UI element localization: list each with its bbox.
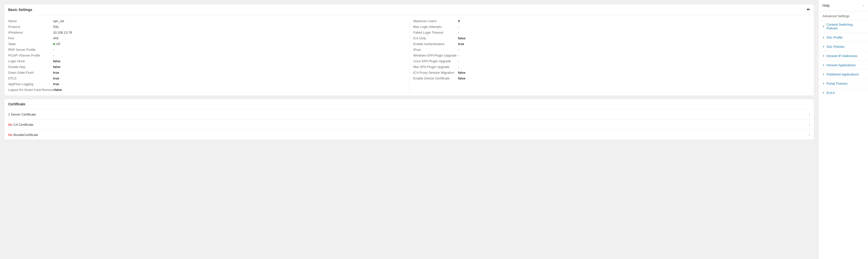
- cert-row[interactable]: NoCA Certificate›: [4, 120, 814, 130]
- sidebar-item-label: SSL Profile: [827, 36, 843, 39]
- certificate-rows: 1 Server Certificate›NoCA Certificate›No…: [4, 109, 814, 140]
- basic-settings-header: Basic Settings ✏: [4, 4, 814, 15]
- setting-label: Name: [8, 19, 53, 23]
- setting-label: Max Login Attempts: [413, 25, 458, 29]
- chevron-right-icon: ›: [809, 112, 810, 116]
- setting-label: Failed Login Timeout: [413, 31, 458, 34]
- settings-right-col: Maximum Users0Max Login Attempts-Failed …: [409, 18, 814, 93]
- setting-row: DTLStrue: [8, 75, 405, 81]
- chevron-right-icon: ›: [809, 123, 810, 127]
- setting-row: Port443: [8, 35, 405, 41]
- setting-value: 0: [458, 19, 460, 23]
- sidebar-item-label: Content Switching Policies: [827, 23, 864, 30]
- setting-value: -: [458, 65, 459, 69]
- setting-value: -: [53, 54, 54, 57]
- setting-value: -: [458, 48, 459, 52]
- sidebar-item-label: Portal Themes: [827, 82, 847, 86]
- setting-label: PCoIP VServer Profile: [8, 54, 53, 57]
- setting-label: Enable Device Certificate: [413, 76, 458, 80]
- setting-row: Maximum Users0: [413, 18, 810, 24]
- plus-icon: +: [823, 44, 825, 48]
- setting-row: Linux EPA Plugin Upgrade-: [413, 58, 810, 64]
- setting-row: RDP Server Profile-: [8, 47, 405, 53]
- setting-row: IPset-: [413, 47, 810, 53]
- cert-row-text: NoBundleCertificate: [8, 133, 38, 137]
- setting-label: IPAddress: [8, 31, 53, 34]
- sidebar-help[interactable]: Help ›: [818, 0, 868, 11]
- setting-label: ICA Proxy Session Migration: [413, 71, 458, 74]
- setting-row: Down State Flushtrue: [8, 70, 405, 75]
- sidebar-item[interactable]: +SSL Profile: [818, 33, 868, 42]
- setting-label: Login Once: [8, 59, 53, 63]
- setting-row: AppFlow Loggingtrue: [8, 81, 405, 87]
- setting-value: vpn_ssl: [53, 19, 64, 23]
- setting-value: -: [458, 31, 459, 34]
- plus-icon: +: [823, 72, 825, 76]
- setting-label: Logout On Smart Card Removal: [8, 88, 55, 92]
- status-text: UP: [56, 42, 61, 46]
- setting-label: Windows EPA Plugin Upgrade: [413, 54, 458, 57]
- cert-row[interactable]: NoBundleCertificate›: [4, 130, 814, 140]
- setting-row: ICA Onlyfalse: [413, 35, 810, 41]
- sidebar-item-label: SSL Policies: [827, 45, 845, 48]
- setting-label: Port: [8, 36, 53, 40]
- status-dot: [53, 43, 55, 45]
- sidebar-item[interactable]: +Intranet Applications: [818, 60, 868, 69]
- setting-row: IPAddress10.106.13.78: [8, 30, 405, 35]
- plus-icon: +: [823, 35, 825, 39]
- setting-label: Double Hop: [8, 65, 53, 69]
- sidebar-item[interactable]: +Intranet IP Addresses: [818, 51, 868, 60]
- right-sidebar: Help › Advanced Settings +Content Switch…: [818, 0, 868, 259]
- setting-label: Linux EPA Plugin Upgrade: [413, 59, 458, 63]
- main-content: Basic Settings ✏ Namevpn_sslProtocolSSLI…: [0, 0, 818, 259]
- setting-value: true: [53, 82, 59, 86]
- setting-row: Login Oncefalse: [8, 58, 405, 64]
- setting-value: false: [458, 36, 466, 40]
- setting-label: AppFlow Logging: [8, 82, 53, 86]
- setting-label: State: [8, 42, 53, 46]
- setting-row: State UP: [8, 41, 405, 47]
- setting-value: false: [55, 88, 62, 92]
- no-badge: No: [8, 123, 12, 127]
- setting-row: Logout On Smart Card Removalfalse: [8, 87, 405, 93]
- certificate-header: Certificate: [4, 99, 814, 109]
- basic-settings-title: Basic Settings: [8, 8, 32, 12]
- sidebar-item[interactable]: +EULA: [818, 88, 868, 97]
- sidebar-item-label: Published Applications: [827, 72, 859, 76]
- setting-row: ProtocolSSL: [8, 24, 405, 30]
- setting-row: ICA Proxy Session Migrationfalse: [413, 70, 810, 75]
- cert-row[interactable]: 1 Server Certificate›: [4, 109, 814, 120]
- chevron-right-icon: ›: [809, 133, 810, 137]
- basic-settings-body: Namevpn_sslProtocolSSLIPAddress10.106.13…: [4, 15, 814, 96]
- setting-value: -: [458, 59, 459, 63]
- setting-row: Max Login Attempts-: [413, 24, 810, 30]
- plus-icon: +: [823, 54, 825, 58]
- sidebar-item-label: Intranet IP Addresses: [827, 54, 857, 58]
- setting-value: false: [458, 71, 466, 74]
- setting-value: -: [458, 25, 459, 29]
- setting-label: DTLS: [8, 76, 53, 80]
- certificate-title: Certificate: [8, 102, 25, 106]
- setting-row: Double Hopfalse: [8, 64, 405, 70]
- setting-value: false: [458, 76, 466, 80]
- plus-icon: +: [823, 82, 825, 86]
- help-chevron-icon: ›: [863, 3, 864, 7]
- setting-row: Windows EPA Plugin Upgrade-: [413, 53, 810, 58]
- setting-label: ICA Only: [413, 36, 458, 40]
- setting-value: SSL: [53, 25, 59, 29]
- edit-icon[interactable]: ✏: [807, 7, 810, 12]
- setting-label: Protocol: [8, 25, 53, 29]
- sidebar-item[interactable]: +SSL Policies: [818, 42, 868, 51]
- sidebar-items: +Content Switching Policies+SSL Profile+…: [818, 20, 868, 97]
- setting-value: -: [53, 48, 54, 52]
- setting-value: false: [53, 59, 61, 63]
- setting-value: 10.106.13.78: [53, 31, 72, 34]
- plus-icon: +: [823, 63, 825, 67]
- setting-value: 443: [53, 36, 59, 40]
- setting-row: Namevpn_ssl: [8, 18, 405, 24]
- setting-label: RDP Server Profile: [8, 48, 53, 52]
- sidebar-item[interactable]: +Published Applications: [818, 69, 868, 79]
- sidebar-item[interactable]: +Portal Themes: [818, 79, 868, 88]
- sidebar-item[interactable]: +Content Switching Policies: [818, 20, 868, 33]
- setting-value: false: [53, 65, 61, 69]
